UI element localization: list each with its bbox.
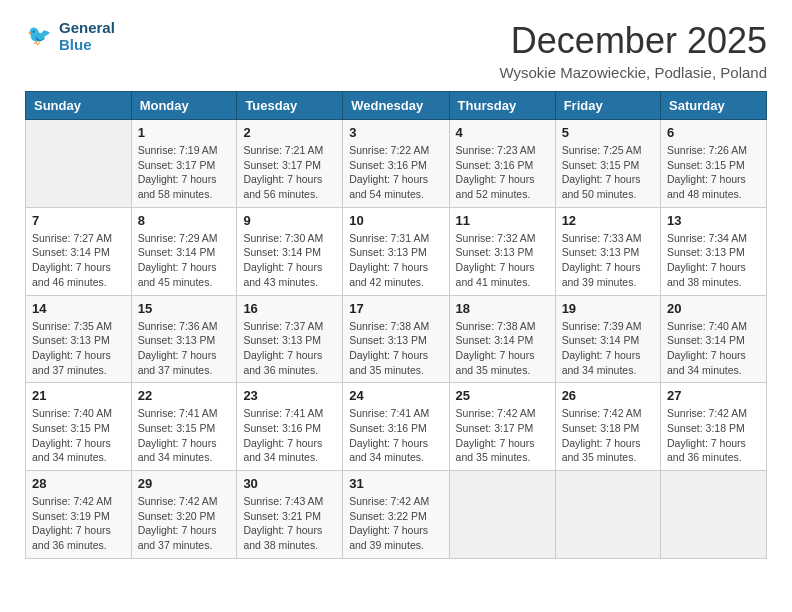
calendar-cell (449, 471, 555, 559)
day-info: Sunrise: 7:27 AM Sunset: 3:14 PM Dayligh… (32, 231, 125, 290)
day-number: 13 (667, 213, 760, 228)
day-info: Sunrise: 7:42 AM Sunset: 3:18 PM Dayligh… (562, 406, 654, 465)
day-info: Sunrise: 7:33 AM Sunset: 3:13 PM Dayligh… (562, 231, 654, 290)
day-number: 27 (667, 388, 760, 403)
calendar-cell: 28Sunrise: 7:42 AM Sunset: 3:19 PM Dayli… (26, 471, 132, 559)
calendar-cell: 8Sunrise: 7:29 AM Sunset: 3:14 PM Daylig… (131, 207, 237, 295)
day-info: Sunrise: 7:36 AM Sunset: 3:13 PM Dayligh… (138, 319, 231, 378)
day-number: 28 (32, 476, 125, 491)
day-info: Sunrise: 7:42 AM Sunset: 3:20 PM Dayligh… (138, 494, 231, 553)
calendar-cell: 26Sunrise: 7:42 AM Sunset: 3:18 PM Dayli… (555, 383, 660, 471)
location-subtitle: Wysokie Mazowieckie, Podlasie, Poland (500, 64, 768, 81)
calendar-week-row: 14Sunrise: 7:35 AM Sunset: 3:13 PM Dayli… (26, 295, 767, 383)
calendar-cell (661, 471, 767, 559)
day-number: 4 (456, 125, 549, 140)
day-number: 2 (243, 125, 336, 140)
day-number: 10 (349, 213, 442, 228)
day-info: Sunrise: 7:41 AM Sunset: 3:16 PM Dayligh… (349, 406, 442, 465)
calendar-cell: 9Sunrise: 7:30 AM Sunset: 3:14 PM Daylig… (237, 207, 343, 295)
day-number: 26 (562, 388, 654, 403)
day-info: Sunrise: 7:26 AM Sunset: 3:15 PM Dayligh… (667, 143, 760, 202)
calendar-cell: 24Sunrise: 7:41 AM Sunset: 3:16 PM Dayli… (343, 383, 449, 471)
day-number: 21 (32, 388, 125, 403)
calendar-cell: 23Sunrise: 7:41 AM Sunset: 3:16 PM Dayli… (237, 383, 343, 471)
day-info: Sunrise: 7:40 AM Sunset: 3:15 PM Dayligh… (32, 406, 125, 465)
day-number: 6 (667, 125, 760, 140)
month-year-title: December 2025 (500, 20, 768, 62)
calendar-cell: 20Sunrise: 7:40 AM Sunset: 3:14 PM Dayli… (661, 295, 767, 383)
weekday-header-thursday: Thursday (449, 92, 555, 120)
day-info: Sunrise: 7:43 AM Sunset: 3:21 PM Dayligh… (243, 494, 336, 553)
title-block: December 2025 Wysokie Mazowieckie, Podla… (500, 20, 768, 81)
day-info: Sunrise: 7:42 AM Sunset: 3:18 PM Dayligh… (667, 406, 760, 465)
calendar-week-row: 28Sunrise: 7:42 AM Sunset: 3:19 PM Dayli… (26, 471, 767, 559)
calendar-table: SundayMondayTuesdayWednesdayThursdayFrid… (25, 91, 767, 559)
calendar-cell: 10Sunrise: 7:31 AM Sunset: 3:13 PM Dayli… (343, 207, 449, 295)
day-info: Sunrise: 7:19 AM Sunset: 3:17 PM Dayligh… (138, 143, 231, 202)
calendar-cell: 2Sunrise: 7:21 AM Sunset: 3:17 PM Daylig… (237, 120, 343, 208)
day-info: Sunrise: 7:42 AM Sunset: 3:17 PM Dayligh… (456, 406, 549, 465)
day-number: 19 (562, 301, 654, 316)
weekday-header-wednesday: Wednesday (343, 92, 449, 120)
logo: 🐦 General Blue (25, 20, 115, 53)
calendar-cell: 21Sunrise: 7:40 AM Sunset: 3:15 PM Dayli… (26, 383, 132, 471)
day-number: 17 (349, 301, 442, 316)
calendar-cell: 6Sunrise: 7:26 AM Sunset: 3:15 PM Daylig… (661, 120, 767, 208)
calendar-cell: 19Sunrise: 7:39 AM Sunset: 3:14 PM Dayli… (555, 295, 660, 383)
day-info: Sunrise: 7:39 AM Sunset: 3:14 PM Dayligh… (562, 319, 654, 378)
day-info: Sunrise: 7:35 AM Sunset: 3:13 PM Dayligh… (32, 319, 125, 378)
calendar-cell: 27Sunrise: 7:42 AM Sunset: 3:18 PM Dayli… (661, 383, 767, 471)
weekday-header-tuesday: Tuesday (237, 92, 343, 120)
day-number: 31 (349, 476, 442, 491)
day-info: Sunrise: 7:42 AM Sunset: 3:19 PM Dayligh… (32, 494, 125, 553)
day-number: 11 (456, 213, 549, 228)
day-info: Sunrise: 7:34 AM Sunset: 3:13 PM Dayligh… (667, 231, 760, 290)
day-number: 20 (667, 301, 760, 316)
calendar-cell: 1Sunrise: 7:19 AM Sunset: 3:17 PM Daylig… (131, 120, 237, 208)
logo-bird-icon: 🐦 (27, 26, 55, 48)
svg-text:🐦: 🐦 (27, 26, 52, 47)
calendar-cell (26, 120, 132, 208)
calendar-cell (555, 471, 660, 559)
day-number: 15 (138, 301, 231, 316)
calendar-cell: 22Sunrise: 7:41 AM Sunset: 3:15 PM Dayli… (131, 383, 237, 471)
calendar-cell: 7Sunrise: 7:27 AM Sunset: 3:14 PM Daylig… (26, 207, 132, 295)
day-info: Sunrise: 7:41 AM Sunset: 3:16 PM Dayligh… (243, 406, 336, 465)
day-info: Sunrise: 7:38 AM Sunset: 3:13 PM Dayligh… (349, 319, 442, 378)
calendar-week-row: 7Sunrise: 7:27 AM Sunset: 3:14 PM Daylig… (26, 207, 767, 295)
day-number: 14 (32, 301, 125, 316)
calendar-cell: 13Sunrise: 7:34 AM Sunset: 3:13 PM Dayli… (661, 207, 767, 295)
day-info: Sunrise: 7:37 AM Sunset: 3:13 PM Dayligh… (243, 319, 336, 378)
day-number: 7 (32, 213, 125, 228)
day-info: Sunrise: 7:29 AM Sunset: 3:14 PM Dayligh… (138, 231, 231, 290)
day-number: 23 (243, 388, 336, 403)
calendar-week-row: 1Sunrise: 7:19 AM Sunset: 3:17 PM Daylig… (26, 120, 767, 208)
day-number: 8 (138, 213, 231, 228)
weekday-header-row: SundayMondayTuesdayWednesdayThursdayFrid… (26, 92, 767, 120)
day-number: 22 (138, 388, 231, 403)
day-info: Sunrise: 7:42 AM Sunset: 3:22 PM Dayligh… (349, 494, 442, 553)
day-info: Sunrise: 7:41 AM Sunset: 3:15 PM Dayligh… (138, 406, 231, 465)
page-header: 🐦 General Blue December 2025 Wysokie Maz… (25, 20, 767, 81)
calendar-cell: 29Sunrise: 7:42 AM Sunset: 3:20 PM Dayli… (131, 471, 237, 559)
calendar-week-row: 21Sunrise: 7:40 AM Sunset: 3:15 PM Dayli… (26, 383, 767, 471)
day-number: 29 (138, 476, 231, 491)
calendar-cell: 14Sunrise: 7:35 AM Sunset: 3:13 PM Dayli… (26, 295, 132, 383)
day-number: 1 (138, 125, 231, 140)
day-number: 16 (243, 301, 336, 316)
day-info: Sunrise: 7:23 AM Sunset: 3:16 PM Dayligh… (456, 143, 549, 202)
weekday-header-friday: Friday (555, 92, 660, 120)
day-number: 24 (349, 388, 442, 403)
calendar-cell: 30Sunrise: 7:43 AM Sunset: 3:21 PM Dayli… (237, 471, 343, 559)
calendar-cell: 15Sunrise: 7:36 AM Sunset: 3:13 PM Dayli… (131, 295, 237, 383)
day-number: 25 (456, 388, 549, 403)
calendar-cell: 3Sunrise: 7:22 AM Sunset: 3:16 PM Daylig… (343, 120, 449, 208)
calendar-cell: 4Sunrise: 7:23 AM Sunset: 3:16 PM Daylig… (449, 120, 555, 208)
day-number: 9 (243, 213, 336, 228)
day-number: 5 (562, 125, 654, 140)
calendar-cell: 5Sunrise: 7:25 AM Sunset: 3:15 PM Daylig… (555, 120, 660, 208)
day-info: Sunrise: 7:32 AM Sunset: 3:13 PM Dayligh… (456, 231, 549, 290)
calendar-cell: 11Sunrise: 7:32 AM Sunset: 3:13 PM Dayli… (449, 207, 555, 295)
calendar-cell: 17Sunrise: 7:38 AM Sunset: 3:13 PM Dayli… (343, 295, 449, 383)
day-info: Sunrise: 7:38 AM Sunset: 3:14 PM Dayligh… (456, 319, 549, 378)
